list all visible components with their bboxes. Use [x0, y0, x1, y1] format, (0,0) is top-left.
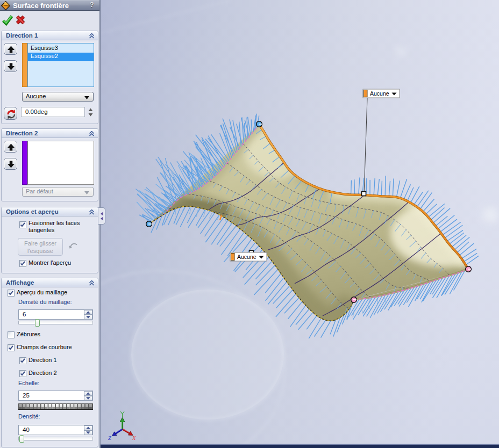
svg-text:Aucune: Aucune [370, 90, 389, 97]
svg-text:X: X [132, 435, 136, 441]
svg-text:Aucune: Aucune [237, 254, 256, 260]
svg-text:Z: Z [108, 435, 111, 441]
